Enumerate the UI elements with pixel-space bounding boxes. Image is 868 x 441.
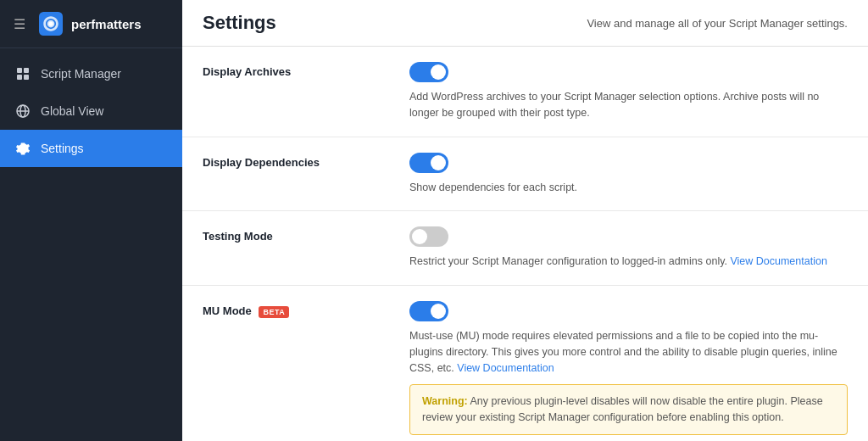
page-title: Settings (203, 12, 276, 34)
perfmatters-logo-icon (39, 12, 63, 36)
warning-label: Warning: (422, 395, 468, 407)
setting-label-display-dependencies: Display Dependencies (203, 156, 320, 169)
sidebar-item-label-settings: Settings (41, 142, 84, 155)
setting-label-testing-mode: Testing Mode (203, 230, 273, 243)
setting-label-col-display-dependencies: Display Dependencies (203, 153, 389, 196)
main-header: Settings View and manage all of your Scr… (182, 0, 868, 47)
sidebar-item-script-manager[interactable]: Script Manager (0, 55, 182, 92)
svg-rect-3 (24, 68, 29, 73)
toggle-slider-display-dependencies (409, 153, 448, 173)
main-content: Settings View and manage all of your Scr… (182, 0, 868, 441)
setting-control-col-mu-mode: Must-use (MU) mode requires elevated per… (409, 301, 848, 441)
sidebar-item-global-view[interactable]: Global View (0, 92, 182, 130)
setting-desc-display-archives: Add WordPress archives to your Script Ma… (409, 89, 848, 121)
svg-rect-5 (24, 75, 29, 80)
setting-desc-display-dependencies: Show dependencies for each script. (409, 180, 848, 196)
svg-rect-2 (17, 68, 22, 73)
toggle-wrapper-mu-mode (409, 301, 848, 321)
sidebar-brand: perfmatters (71, 17, 142, 31)
mu-mode-doc-link[interactable]: View Documentation (457, 362, 554, 374)
setting-testing-mode: Testing Mode Restrict your Script Manage… (182, 211, 868, 286)
setting-display-dependencies: Display Dependencies Show dependencies f… (182, 137, 868, 212)
svg-point-1 (48, 21, 53, 25)
toggle-display-dependencies[interactable] (409, 153, 448, 173)
toggle-wrapper-display-archives (409, 62, 848, 82)
toggle-slider-testing-mode (409, 226, 448, 247)
setting-label-col-display-archives: Display Archives (203, 62, 389, 121)
sidebar-item-settings[interactable]: Settings (0, 130, 182, 167)
svg-rect-4 (17, 75, 22, 80)
setting-mu-mode: MU Mode BETA Must-use (MU) mode requires… (182, 286, 868, 441)
setting-desc-testing-mode: Restrict your Script Manager configurati… (409, 254, 848, 270)
setting-label-display-archives: Display Archives (203, 65, 291, 78)
gear-icon (15, 141, 31, 156)
grid-icon (15, 66, 31, 81)
setting-label-col-testing-mode: Testing Mode (203, 226, 389, 270)
toggle-mu-mode[interactable] (409, 301, 448, 321)
globe-icon (15, 103, 31, 119)
setting-control-col-display-dependencies: Show dependencies for each script. (409, 153, 848, 196)
setting-desc-mu-mode: Must-use (MU) mode requires elevated per… (409, 328, 848, 376)
header-subtitle: View and manage all of your Script Manag… (587, 17, 848, 30)
toggle-testing-mode[interactable] (409, 226, 448, 247)
setting-control-col-testing-mode: Restrict your Script Manager configurati… (409, 226, 848, 270)
setting-label-mu-mode: MU Mode BETA (203, 304, 289, 317)
settings-content: Display Archives Add WordPress archives … (182, 47, 868, 441)
sidebar-item-label-global-view: Global View (41, 104, 103, 118)
toggle-wrapper-testing-mode (409, 226, 848, 247)
toggle-wrapper-display-dependencies (409, 153, 848, 173)
sidebar-nav: Script Manager Global View Settings (0, 55, 182, 167)
toggle-slider-mu-mode (409, 301, 448, 321)
sidebar-item-label-script-manager: Script Manager (41, 67, 121, 81)
setting-label-col-mu-mode: MU Mode BETA (203, 301, 389, 441)
hamburger-icon[interactable]: ☰ (14, 16, 25, 32)
mu-mode-warning-box: Warning: Any previous plugin-level disab… (409, 384, 848, 435)
toggle-display-archives[interactable] (409, 62, 448, 82)
warning-text: Any previous plugin-level disables will … (422, 395, 823, 423)
setting-display-archives: Display Archives Add WordPress archives … (182, 47, 868, 137)
sidebar: ☰ perfmatters Script Manager Global View… (0, 0, 182, 441)
testing-mode-doc-link[interactable]: View Documentation (730, 255, 826, 267)
beta-badge: BETA (259, 306, 289, 318)
setting-control-col-display-archives: Add WordPress archives to your Script Ma… (409, 62, 848, 121)
sidebar-header: ☰ perfmatters (0, 0, 182, 48)
toggle-slider-display-archives (409, 62, 448, 82)
